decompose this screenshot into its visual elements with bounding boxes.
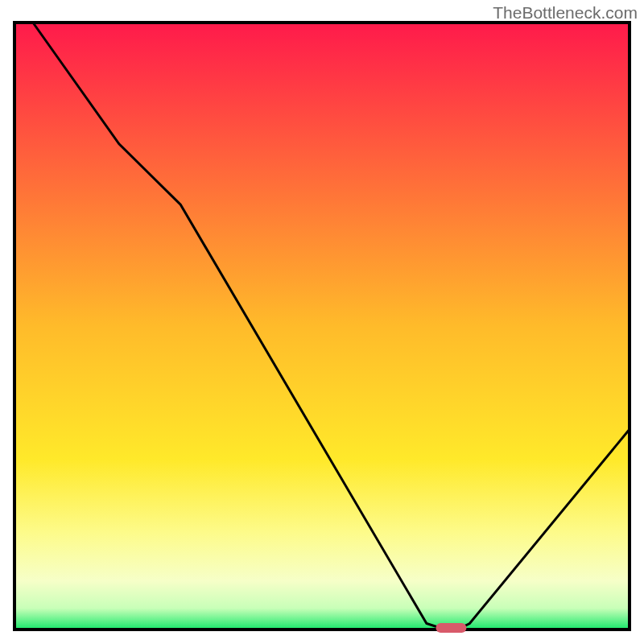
watermark-text: TheBottleneck.com bbox=[493, 3, 638, 23]
plot-background bbox=[14, 23, 630, 630]
optimal-marker bbox=[436, 623, 466, 633]
bottleneck-chart bbox=[0, 0, 644, 644]
chart-container: TheBottleneck.com bbox=[0, 0, 644, 644]
